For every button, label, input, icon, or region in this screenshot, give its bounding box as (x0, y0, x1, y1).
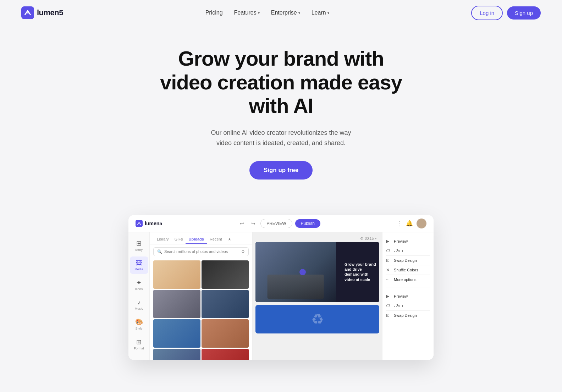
features-chevron-icon: ▾ (258, 11, 260, 15)
app-preview: lumen5 ↩ ↪ PREVIEW Publish ⋮ 🔔 ⊞ Story 🖼… (128, 215, 434, 360)
navigation: lumen5 Pricing Features ▾ Enterprise ▾ L… (0, 0, 562, 26)
tab-uploads[interactable]: Uploads (186, 235, 206, 244)
media-item[interactable] (202, 290, 249, 318)
canvas-slide-2: 2 ♻ (255, 305, 379, 333)
sidebar-item-story[interactable]: ⊞ Story (130, 237, 148, 254)
media-search-bar[interactable]: 🔍 ⚙ (153, 247, 249, 256)
transcript-icon: ≡ (137, 358, 141, 360)
swap-icon-2: ⊡ (386, 313, 392, 318)
option-preview-2[interactable]: ▶ Preview (386, 292, 430, 301)
option-swap-design-2[interactable]: ⊡ Swap Design (386, 311, 430, 320)
search-icon: 🔍 (157, 249, 162, 254)
filter-icon[interactable]: ⚙ (241, 249, 245, 254)
media-grid (150, 259, 252, 360)
play-icon-2: ▶ (386, 294, 392, 299)
search-input[interactable] (164, 249, 239, 254)
play-icon: ▶ (386, 239, 392, 244)
undo-button[interactable]: ↩ (238, 219, 246, 228)
style-icon: 🎨 (135, 318, 143, 326)
icons-icon: ✦ (136, 279, 142, 287)
timer-icon-2: ⏱ (386, 303, 392, 308)
slide-1-image (255, 242, 336, 302)
recycle-icon: ♻ (311, 311, 324, 327)
signup-button[interactable]: Sign up (507, 6, 541, 20)
user-avatar[interactable] (417, 219, 426, 228)
hero-title: Grow your brand with video creation made… (157, 47, 405, 118)
swap-icon: ⊡ (386, 258, 392, 263)
media-item[interactable] (153, 349, 200, 360)
media-panel: Library GIFs Uploads Recent ★ 🔍 ⚙ (150, 232, 253, 360)
option-duration[interactable]: ⏱ - 3s + (386, 246, 430, 256)
options-panel: ▶ Preview ⏱ - 3s + ⊡ Swap Design ✕ Shuff… (382, 232, 434, 360)
more-icon: ··· (386, 277, 392, 282)
option-shuffle-colors[interactable]: ✕ Shuffle Colors (386, 265, 430, 275)
slide-1[interactable]: Grow your brand and drive demand with vi… (255, 242, 379, 302)
media-item[interactable] (153, 260, 200, 289)
option-duration-2[interactable]: ⏱ - 3s + (386, 301, 430, 311)
tab-recent[interactable]: Recent (207, 235, 225, 244)
nav-actions: Log in Sign up (471, 6, 541, 20)
selection-dot (299, 269, 306, 275)
tab-favorites[interactable]: ★ (225, 235, 234, 244)
signup-free-button[interactable]: Sign up free (249, 161, 313, 180)
nav-learn[interactable]: Learn ▾ (312, 10, 329, 16)
learn-chevron-icon: ▾ (327, 11, 329, 15)
sidebar-item-music[interactable]: ♪ Music (130, 296, 148, 313)
hero-subtitle: Our online AI video creator revolutioniz… (203, 128, 359, 148)
more-options-icon[interactable]: ⋮ (396, 220, 402, 227)
timer-icon: ⏱ (386, 248, 392, 253)
svg-rect-1 (136, 220, 143, 227)
sidebar-item-media[interactable]: 🖼 Media (130, 256, 148, 274)
media-tabs: Library GIFs Uploads Recent ★ (150, 232, 252, 244)
slide-1-text: Grow your brand and drive demand with vi… (345, 262, 376, 282)
sidebar-icons: ⊞ Story 🖼 Media ✦ Icons ♪ Music 🎨 Style … (128, 232, 150, 360)
sidebar-item-icons[interactable]: ✦ Icons (130, 276, 148, 294)
logo-text: lumen5 (37, 8, 63, 17)
sidebar-item-transcript[interactable]: ≡ Transcript (130, 355, 148, 360)
hero-section: Grow your brand with video creation made… (0, 26, 562, 197)
story-icon: ⊞ (136, 239, 142, 247)
publish-button[interactable]: Publish (295, 219, 320, 228)
nav-pricing[interactable]: Pricing (205, 10, 223, 16)
option-more[interactable]: ··· More options (386, 275, 430, 284)
media-item[interactable] (202, 349, 249, 360)
app-body: ⊞ Story 🖼 Media ✦ Icons ♪ Music 🎨 Style … (128, 232, 434, 360)
app-logo: lumen5 (136, 220, 162, 227)
slide-2[interactable]: ♻ (255, 305, 379, 333)
enterprise-chevron-icon: ▾ (298, 11, 300, 15)
preview-button[interactable]: PREVIEW (260, 219, 292, 228)
nav-features[interactable]: Features ▾ (234, 10, 260, 16)
media-item[interactable] (202, 319, 249, 348)
tab-library[interactable]: Library (154, 235, 172, 244)
media-item[interactable] (153, 319, 200, 348)
sidebar-item-format[interactable]: ⊞ Format (130, 335, 148, 353)
canvas-slide-1: 1 Grow your brand and drive demand with … (255, 242, 379, 302)
logo[interactable]: lumen5 (21, 6, 63, 19)
nav-enterprise[interactable]: Enterprise ▾ (271, 10, 300, 16)
option-preview[interactable]: ▶ Preview (386, 237, 430, 246)
tab-gifs[interactable]: GIFs (172, 235, 186, 244)
media-item[interactable] (153, 290, 200, 318)
app-topbar: lumen5 ↩ ↪ PREVIEW Publish ⋮ 🔔 (128, 215, 434, 232)
media-icon: 🖼 (136, 259, 142, 267)
login-button[interactable]: Log in (471, 6, 503, 20)
music-icon: ♪ (137, 299, 140, 306)
nav-links: Pricing Features ▾ Enterprise ▾ Learn ▾ (205, 10, 329, 16)
notifications-icon[interactable]: 🔔 (406, 220, 413, 227)
canvas-area: ⏱ 00:15 ▾ 1 Grow your brand and drive de… (253, 232, 382, 360)
media-item[interactable] (202, 260, 249, 289)
canvas-timer: ⏱ 00:15 ▾ (255, 235, 379, 242)
app-topbar-right: ⋮ 🔔 (396, 219, 426, 228)
shuffle-icon: ✕ (386, 267, 392, 272)
sidebar-item-style[interactable]: 🎨 Style (130, 315, 148, 333)
redo-button[interactable]: ↪ (249, 219, 258, 228)
format-icon: ⊞ (136, 338, 142, 346)
app-topbar-center: ↩ ↪ PREVIEW Publish (238, 219, 320, 228)
option-swap-design[interactable]: ⊡ Swap Design (386, 256, 430, 265)
